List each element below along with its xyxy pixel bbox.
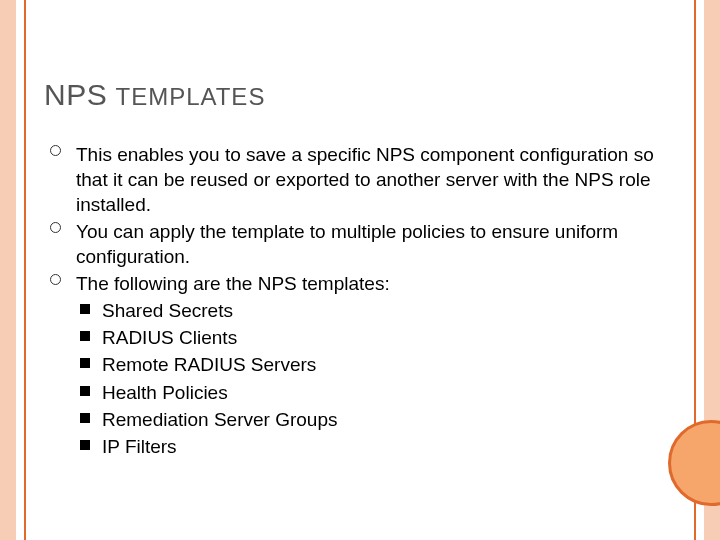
sub-item: Shared Secrets [80,298,676,323]
bullet-square-icon [80,440,90,450]
sub-text: Health Policies [102,382,228,403]
bullet-item: The following are the NPS templates: Sha… [50,271,676,459]
content-area: NPS TEMPLATES This enables you to save a… [44,78,676,461]
bullet-item: This enables you to save a specific NPS … [50,142,676,217]
bullet-open-circle-icon [50,274,61,285]
title-rest: TEMPLATES [115,83,265,110]
sub-text: Remediation Server Groups [102,409,338,430]
slide: NPS TEMPLATES This enables you to save a… [0,0,720,540]
bullet-square-icon [80,386,90,396]
sub-item: RADIUS Clients [80,325,676,350]
sub-item: IP Filters [80,434,676,459]
bullet-item: You can apply the template to multiple p… [50,219,676,269]
sub-text: IP Filters [102,436,177,457]
bullet-open-circle-icon [50,145,61,156]
sub-item: Remote RADIUS Servers [80,352,676,377]
title-word-1: NPS [44,78,107,111]
sub-text: Remote RADIUS Servers [102,354,316,375]
bullet-list: This enables you to save a specific NPS … [50,142,676,459]
bullet-square-icon [80,358,90,368]
bullet-text: This enables you to save a specific NPS … [76,144,654,215]
sub-item: Health Policies [80,380,676,405]
bullet-text: You can apply the template to multiple p… [76,221,618,267]
bullet-square-icon [80,331,90,341]
bullet-open-circle-icon [50,222,61,233]
bullet-square-icon [80,304,90,314]
bullet-square-icon [80,413,90,423]
slide-title: NPS TEMPLATES [44,78,676,112]
sub-list: Shared Secrets RADIUS Clients Remote RAD… [80,298,676,458]
sub-text: Shared Secrets [102,300,233,321]
sub-text: RADIUS Clients [102,327,237,348]
decor-band-left [0,0,16,540]
sub-item: Remediation Server Groups [80,407,676,432]
decor-line-left [24,0,26,540]
bullet-text: The following are the NPS templates: [76,273,390,294]
